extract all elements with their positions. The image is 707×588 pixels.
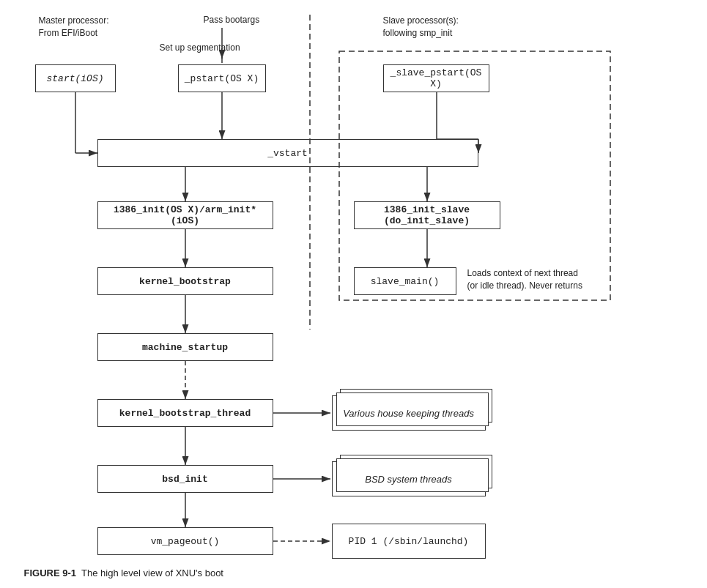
kernel-bootstrap-thread-box: kernel_bootstrap_thread (97, 399, 273, 427)
set-up-segmentation-label: Set up segmentation (160, 42, 240, 53)
vm-pageout-box: vm_pageout() (97, 527, 273, 555)
bsd-threads-box: BSD system threads (332, 461, 486, 496)
start-ios-box: start(iOS) (35, 64, 116, 92)
diagram-container: Master processor: From EFI/iBoot Pass bo… (24, 15, 684, 557)
machine-startup-box: machine_startup (97, 333, 273, 361)
loads-context-label: Loads context of next thread (or idle th… (467, 267, 614, 292)
slave-main-box: slave_main() (354, 267, 456, 295)
bsd-init-box: bsd_init (97, 465, 273, 493)
pid1-box: PID 1 (/sbin/launchd) (332, 524, 486, 559)
slave-pstart-box: _slave_pstart(OS X) (383, 64, 489, 92)
i386-init-box: i386_init(OS X)/arm_init*(iOS) (97, 201, 273, 229)
i386-init-slave-box: i386_init_slave (do_init_slave) (354, 201, 500, 229)
figure-caption: FIGURE 9-1 The high level view of XNU's … (24, 567, 684, 578)
master-processor-label: Master processor: From EFI/iBoot (39, 15, 109, 40)
housekeeping-box: Various house keeping threads (332, 395, 486, 431)
vstart-box: _vstart (97, 139, 478, 167)
kernel-bootstrap-box: kernel_bootstrap (97, 267, 273, 295)
pstart-osx-box: _pstart(OS X) (178, 64, 266, 92)
slave-processor-label: Slave processor(s): following smp_init (383, 15, 459, 40)
pass-bootargs-label: Pass bootargs (204, 15, 260, 25)
